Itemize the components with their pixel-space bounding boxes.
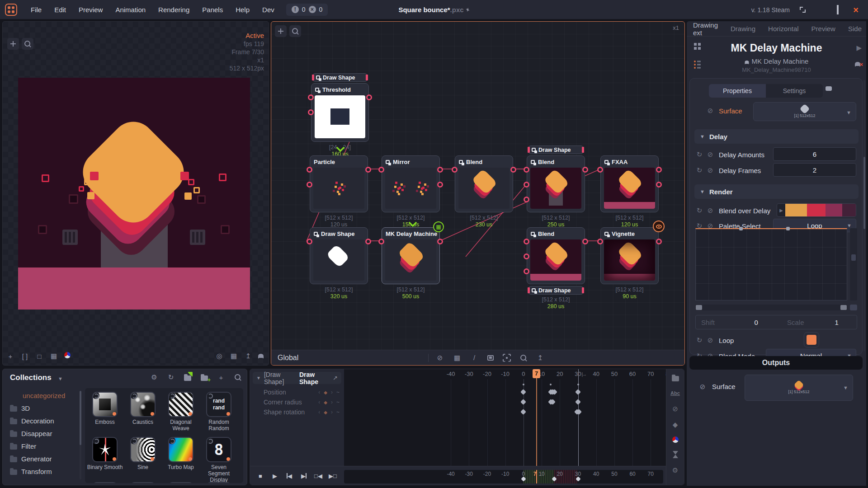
output-port[interactable] (656, 239, 662, 244)
close-button[interactable]: × (852, 5, 860, 14)
pan-tool-button[interactable] (7, 38, 19, 50)
curve-handle[interactable] (786, 227, 790, 230)
menu-item-panels[interactable]: Panels (196, 3, 229, 16)
lock-icon[interactable] (259, 354, 263, 358)
curve-icon[interactable]: ~ (336, 389, 340, 395)
track-group-row[interactable]: ▼ [Draw Shape] Draw Shape ↗ (253, 372, 341, 384)
add-icon[interactable]: + (6, 352, 14, 360)
output-port[interactable] (437, 167, 443, 173)
transport-frame-forward-button[interactable]: ▶□ (327, 470, 339, 482)
reset-icon[interactable]: ↻ (695, 336, 703, 344)
menu-item-rendering[interactable]: Rendering (152, 3, 196, 16)
node-draw-shape[interactable]: Draw Shape (310, 227, 368, 284)
record-icon[interactable]: ◎ (215, 352, 223, 360)
search-icon[interactable] (520, 354, 527, 361)
menu-item-help[interactable]: Help (229, 3, 256, 16)
keyframe-diamond[interactable] (521, 399, 527, 405)
add-key-icon[interactable]: ◆ (324, 410, 327, 415)
next-key-icon[interactable]: › (331, 389, 333, 395)
input-port[interactable] (308, 109, 314, 115)
node-tab-draw-shape[interactable]: Draw Shape (528, 145, 584, 154)
grid-settings-icon[interactable]: ▦ (50, 352, 58, 360)
surface-icon[interactable]: ⊘ (671, 405, 679, 413)
output-port[interactable] (510, 167, 516, 173)
reset-icon[interactable]: ↻ (695, 150, 703, 159)
graph-zoom-button[interactable] (289, 25, 301, 37)
keyframe-diamond[interactable] (521, 389, 527, 395)
toolbar-folder-new[interactable] (183, 373, 192, 382)
folder-uncategorized[interactable]: uncategorized (6, 389, 78, 402)
collapse-icon[interactable]: ▼ (256, 375, 261, 380)
chevron-right-icon[interactable]: ▶ (856, 44, 862, 52)
menu-item-animation[interactable]: Animation (109, 3, 152, 16)
open-external-icon[interactable]: ↗ (333, 375, 338, 381)
output-port[interactable] (582, 239, 588, 244)
node-blend[interactable]: Blend (455, 155, 513, 212)
fullscreen-button[interactable] (800, 7, 806, 13)
node-threshold[interactable]: Threshold (311, 83, 369, 142)
node-tab-draw-shape[interactable]: Draw Shape (528, 286, 584, 295)
output-surface-select[interactable]: [1] 512x512 ▼ (745, 375, 853, 401)
curve-handle[interactable] (739, 227, 743, 230)
collection-item-caustics[interactable]: Caustics (124, 391, 162, 436)
timer-icon[interactable] (671, 450, 679, 459)
node-blend[interactable]: Blend (527, 227, 585, 284)
unlink-icon[interactable]: ⊘ (706, 206, 714, 215)
unlink-icon[interactable]: ⊘ (706, 336, 714, 344)
surface-input-select[interactable]: [1] 512x512 ▼ (753, 102, 856, 121)
output-port[interactable] (437, 239, 443, 244)
collection-item[interactable] (162, 481, 200, 483)
folder-decoration[interactable]: Decoration (6, 414, 78, 427)
transport-skip-end-button[interactable]: ▶ (298, 470, 310, 482)
prev-key-icon[interactable]: ‹ (318, 399, 320, 405)
input-port[interactable] (524, 239, 529, 244)
curve-scroll-button[interactable] (850, 305, 857, 310)
unlink-icon[interactable]: ⊘ (706, 166, 714, 174)
gradient-expand-icon[interactable]: ▶ (777, 204, 785, 216)
curve-icon[interactable]: ~ (336, 409, 340, 415)
collection-item-binary-smooth[interactable]: Binary Smooth (86, 436, 124, 481)
output-port[interactable] (366, 94, 372, 100)
keyframe-diamond[interactable] (521, 409, 527, 415)
scroll-handle-left[interactable] (696, 305, 702, 310)
chevron-down-icon[interactable]: ▼ (58, 376, 63, 381)
input-port[interactable] (597, 239, 603, 244)
input-port[interactable] (597, 167, 603, 173)
folder-disappear[interactable]: Disappear (6, 427, 78, 440)
grid-badge[interactable]: ▦ (433, 221, 444, 232)
plus-icon[interactable]: + (217, 373, 225, 381)
reset-icon[interactable]: ↻ (695, 166, 703, 174)
node-graph-panel[interactable]: x1 ThresholdDraw Shape[24 x 24]160 usPar… (271, 21, 685, 366)
node-fxaa[interactable]: FXAA (600, 155, 659, 212)
maximize-button[interactable] (834, 6, 842, 14)
menu-item-preview[interactable]: Preview (72, 3, 109, 16)
curve-vertical-scrollbar[interactable] (850, 228, 857, 300)
next-key-icon[interactable]: › (331, 409, 333, 415)
input-port[interactable] (307, 239, 312, 244)
add-key-icon[interactable]: ◆ (324, 390, 327, 395)
colors-icon[interactable] (672, 436, 679, 443)
render-canvas[interactable] (18, 78, 250, 310)
curve-horizontal-scrollbar[interactable] (695, 305, 847, 310)
folder-generator[interactable]: Generator (6, 452, 78, 465)
graph-pan-button[interactable] (275, 25, 287, 37)
export-icon[interactable]: ↥ (536, 354, 544, 362)
collection-item-diagonal-weave[interactable]: Diagonal Weave (162, 391, 200, 436)
track-row-corner-radius[interactable]: Corner radius‹◆›~ (250, 397, 344, 407)
menu-item-edit[interactable]: Edit (48, 3, 72, 16)
gear-icon[interactable]: ⚙ (671, 466, 679, 474)
add-key-icon[interactable]: ◆ (324, 400, 327, 405)
folder-icon[interactable] (672, 376, 679, 381)
transport-skip-start-button[interactable]: ◀ (283, 470, 295, 482)
workspace-tab-drawing-ext[interactable]: Drawing ext (687, 21, 724, 37)
shift-value[interactable]: 0 (736, 319, 776, 326)
delay-section-header[interactable]: ▼Delay (694, 129, 859, 144)
collection-item[interactable] (200, 481, 238, 483)
input-port[interactable] (307, 182, 312, 188)
inspector-scrollbar[interactable] (863, 80, 865, 351)
output-port[interactable] (582, 167, 588, 173)
output-port[interactable] (656, 167, 662, 173)
toolbar-sync[interactable]: ↻ (166, 373, 175, 382)
loop-checkbox[interactable] (804, 332, 819, 347)
keyframe-diamond[interactable] (575, 389, 581, 395)
